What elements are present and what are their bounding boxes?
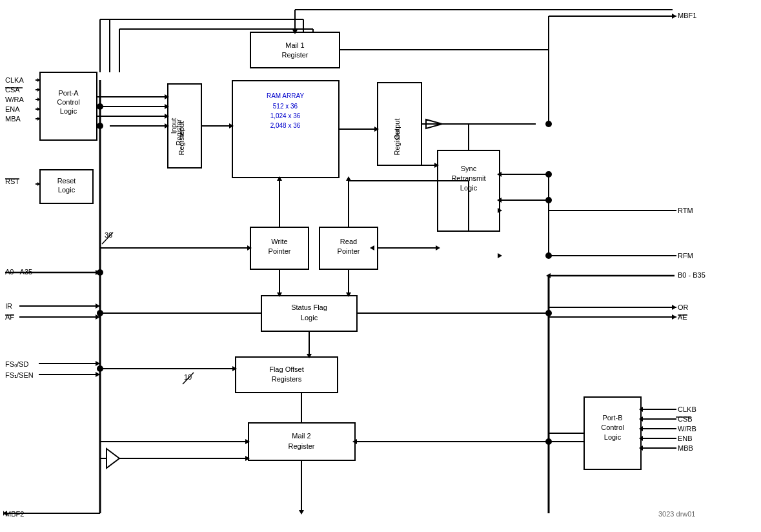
svg-text:Registers: Registers [272,375,302,383]
svg-rect-13 [250,32,340,68]
footer-label: 3023 drw01 [658,510,696,518]
svg-text:Register: Register [289,442,315,450]
svg-point-156 [545,252,552,259]
svg-point-206 [545,310,552,316]
svg-rect-1 [40,72,97,140]
svg-text:Logic: Logic [301,314,318,322]
svg-text:Logic: Logic [58,186,76,194]
svg-text:Port-A: Port-A [58,89,79,97]
svg-text:IR: IR [5,302,12,310]
svg-text:AF: AF [5,313,14,321]
svg-text:Write: Write [271,238,287,245]
svg-text:W/RB: W/RB [678,425,696,433]
svg-point-216 [97,123,103,129]
svg-text:Port-B: Port-B [602,414,622,422]
svg-text:RFM: RFM [678,252,693,260]
svg-text:Logic: Logic [604,433,622,441]
svg-text:OR: OR [678,303,689,311]
svg-point-177 [97,365,103,372]
svg-text:W/RA: W/RA [5,96,24,103]
svg-text:Logic: Logic [60,107,77,115]
svg-text:MBF1: MBF1 [678,12,696,19]
svg-text:10: 10 [184,373,192,381]
svg-text:512 x 36: 512 x 36 [273,103,298,110]
svg-text:MBB: MBB [678,444,693,452]
svg-text:Register: Register [393,128,401,155]
svg-text:Status Flag: Status Flag [291,303,327,311]
svg-point-157 [545,197,552,203]
svg-point-202 [545,121,552,127]
svg-text:Reset: Reset [57,177,76,185]
svg-text:Mail 2: Mail 2 [292,432,310,440]
svg-point-203 [545,171,552,178]
svg-text:ENA: ENA [5,105,20,113]
svg-text:Sync: Sync [461,165,477,172]
svg-text:2,048 x 36: 2,048 x 36 [270,122,301,129]
svg-text:Mail 1: Mail 1 [285,41,304,49]
svg-text:1,024 x 36: 1,024 x 36 [270,112,301,119]
svg-text:CSB: CSB [678,415,693,423]
svg-text:ENB: ENB [678,435,693,442]
svg-rect-40 [249,423,355,460]
svg-text:FS₁/SEN: FS₁/SEN [5,371,34,379]
svg-text:MBA: MBA [5,115,21,123]
svg-text:Flag Offset: Flag Offset [269,365,304,373]
svg-text:Read: Read [340,238,357,245]
svg-text:Register: Register [282,51,309,59]
svg-rect-0 [0,0,761,532]
svg-text:B0 - B35: B0 - B35 [678,271,705,279]
svg-text:Register: Register [178,128,185,155]
svg-text:Control: Control [601,424,624,431]
svg-text:CSA: CSA [5,86,20,94]
svg-point-215 [97,103,103,110]
svg-text:Pointer: Pointer [338,247,360,255]
svg-text:CLKA: CLKA [5,76,24,84]
svg-point-194 [97,269,103,276]
svg-text:Pointer: Pointer [269,247,291,255]
svg-text:Control: Control [57,98,79,106]
svg-point-195 [97,310,103,316]
svg-text:CLKB: CLKB [678,405,696,413]
svg-text:AE: AE [678,313,687,321]
svg-text:FS₀/SD: FS₀/SD [5,360,28,368]
svg-text:RAM ARRAY: RAM ARRAY [267,92,304,99]
svg-text:RTM: RTM [678,207,693,214]
